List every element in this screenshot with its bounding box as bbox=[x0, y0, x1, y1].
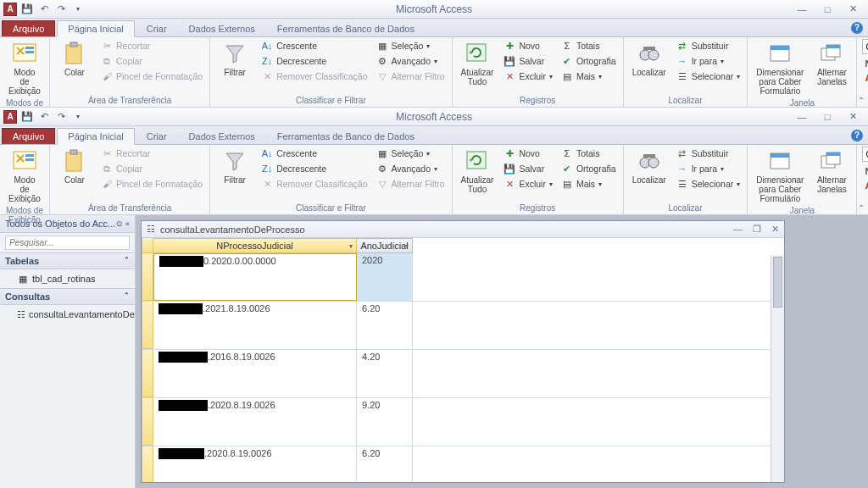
undo-icon[interactable]: ↶ bbox=[37, 110, 51, 124]
row-selector[interactable] bbox=[142, 446, 153, 482]
tab-external-data[interactable]: Dados Externos bbox=[179, 129, 265, 144]
toggle-filter-button[interactable]: ▽Alternar Filtro bbox=[375, 177, 447, 191]
save-icon[interactable]: 💾 bbox=[20, 3, 34, 16]
help-icon[interactable]: ? bbox=[851, 22, 863, 34]
cell-ano[interactable]: 6.20 bbox=[357, 302, 413, 349]
chevron-down-icon[interactable]: ▾ bbox=[405, 242, 409, 250]
cell-nprocesso[interactable]: .2016.8.19.0026 bbox=[153, 350, 357, 397]
tab-create[interactable]: Criar bbox=[136, 21, 177, 36]
font-select[interactable] bbox=[862, 147, 868, 162]
refresh-all-button[interactable]: Atualizar Tudo bbox=[458, 147, 498, 196]
subwin-restore-icon[interactable]: ❐ bbox=[753, 224, 761, 235]
table-row[interactable]: .2020.8.19.00269.20 bbox=[142, 398, 784, 446]
select-button[interactable]: ☰Selecionar ▾ bbox=[675, 69, 743, 83]
close-icon[interactable]: ✕ bbox=[844, 3, 861, 14]
qat-dropdown-icon[interactable]: ▾ bbox=[71, 3, 85, 16]
tab-external-data[interactable]: Dados Externos bbox=[179, 21, 265, 36]
fit-form-button[interactable]: Dimensionar para Caber Formulário bbox=[753, 39, 807, 97]
delete-record-button[interactable]: ✕Excluir ▾ bbox=[502, 69, 554, 83]
sort-asc-button[interactable]: A↓Crescente bbox=[259, 147, 369, 160]
maximize-icon[interactable]: □ bbox=[819, 4, 836, 14]
scroll-thumb[interactable] bbox=[773, 257, 782, 308]
selection-button[interactable]: ▦Seleção ▾ bbox=[375, 147, 447, 160]
cut-button[interactable]: ✂Recortar bbox=[99, 39, 204, 53]
table-row[interactable]: .2020.8.19.00266.20 bbox=[142, 446, 784, 482]
tab-db-tools[interactable]: Ferramentas de Banco de Dados bbox=[267, 129, 425, 144]
save-record-button[interactable]: 💾Salvar bbox=[502, 162, 554, 175]
table-row[interactable]: .2021.8.19.00266.20 bbox=[142, 302, 784, 350]
nav-group-queries[interactable]: Consultas⌃ bbox=[0, 288, 135, 305]
maximize-icon[interactable]: □ bbox=[819, 112, 836, 122]
font-select[interactable] bbox=[862, 39, 868, 54]
ribbon-collapse-icon[interactable]: ⌃ bbox=[858, 96, 865, 105]
datasheet-titlebar[interactable]: ☷ consultaLevantamentoDeProcesso — ❐ ✕ bbox=[142, 221, 784, 238]
sort-desc-button[interactable]: Z↓Decrescente bbox=[259, 54, 369, 68]
save-record-button[interactable]: 💾Salvar bbox=[502, 54, 554, 68]
copy-button[interactable]: ⧉Copiar bbox=[99, 54, 204, 68]
refresh-all-button[interactable]: Atualizar Tudo bbox=[458, 39, 498, 88]
fit-form-button[interactable]: Dimensionar para Caber Formulário bbox=[753, 147, 807, 205]
cell-ano[interactable]: 4.20 bbox=[357, 350, 413, 397]
cell-nprocesso[interactable]: .2021.8.19.0026 bbox=[153, 302, 357, 349]
cell-ano[interactable]: 9.20 bbox=[357, 398, 413, 446]
bold-icon[interactable]: N bbox=[862, 58, 868, 69]
cut-button[interactable]: ✂Recortar bbox=[99, 147, 204, 160]
ribbon-collapse-icon[interactable]: ⌃ bbox=[858, 203, 865, 213]
totals-button[interactable]: ΣTotais bbox=[559, 147, 618, 160]
find-button[interactable]: Localizar bbox=[629, 39, 670, 79]
new-record-button[interactable]: ✚Novo bbox=[502, 147, 554, 160]
cell-ano[interactable]: 2020 bbox=[357, 253, 413, 301]
select-all-cell[interactable] bbox=[142, 238, 153, 253]
switch-windows-button[interactable]: Alternar Janelas bbox=[812, 39, 851, 88]
view-button[interactable]: Modo de Exibição bbox=[5, 39, 44, 97]
paste-button[interactable]: Colar bbox=[55, 39, 94, 79]
chevron-down-icon[interactable]: ▾ bbox=[349, 242, 353, 250]
delete-record-button[interactable]: ✕Excluir ▾ bbox=[502, 177, 554, 191]
nav-collapse-icon[interactable]: ⊙ « bbox=[116, 219, 130, 228]
tab-home[interactable]: Página Inicial bbox=[57, 20, 134, 37]
row-selector[interactable] bbox=[142, 302, 153, 349]
spelling-button[interactable]: ✔Ortografia bbox=[559, 162, 618, 175]
goto-button[interactable]: →Ir para ▾ bbox=[675, 54, 743, 68]
search-input[interactable] bbox=[5, 236, 130, 250]
advanced-button[interactable]: ⚙Avançado ▾ bbox=[375, 54, 447, 68]
cell-nprocesso[interactable]: .2020.8.19.0026 bbox=[153, 398, 357, 446]
toggle-filter-button[interactable]: ▽Alternar Filtro bbox=[375, 69, 447, 83]
clear-sort-button[interactable]: ⨯Remover Classificação bbox=[259, 177, 369, 191]
cell-ano[interactable]: 6.20 bbox=[357, 446, 413, 482]
save-icon[interactable]: 💾 bbox=[20, 110, 34, 124]
tab-create[interactable]: Criar bbox=[136, 129, 177, 144]
subwin-close-icon[interactable]: ✕ bbox=[771, 224, 779, 235]
selection-button[interactable]: ▦Seleção ▾ bbox=[375, 39, 447, 53]
table-row[interactable]: 0.2020.0.00.00002020 bbox=[142, 253, 784, 302]
format-painter-button[interactable]: 🖌Pincel de Formatação bbox=[99, 177, 204, 191]
more-records-button[interactable]: ▤Mais ▾ bbox=[559, 69, 618, 83]
more-records-button[interactable]: ▤Mais ▾ bbox=[559, 177, 618, 191]
datasheet-grid[interactable]: NProcessoJudicial▾ AnoJudicial▾ 0.2020.0… bbox=[142, 238, 784, 482]
row-selector[interactable] bbox=[142, 350, 153, 397]
redo-icon[interactable]: ↷ bbox=[54, 110, 68, 124]
paste-button[interactable]: Colar bbox=[55, 147, 94, 186]
nav-item-table[interactable]: ▦tbl_cad_rotinas bbox=[0, 269, 135, 288]
nav-item-query[interactable]: ☷consultaLevantamentoDeProc... bbox=[0, 305, 135, 324]
column-header-nprocesso[interactable]: NProcessoJudicial▾ bbox=[153, 238, 357, 253]
vertical-scrollbar[interactable] bbox=[771, 255, 784, 482]
row-selector[interactable] bbox=[142, 398, 153, 446]
format-painter-button[interactable]: 🖌Pincel de Formatação bbox=[99, 69, 204, 83]
column-header-ano[interactable]: AnoJudicial▾ bbox=[357, 238, 413, 253]
table-row[interactable]: .2016.8.19.00264.20 bbox=[142, 350, 784, 398]
spelling-button[interactable]: ✔Ortografia bbox=[559, 54, 618, 68]
redo-icon[interactable]: ↷ bbox=[54, 3, 68, 16]
filter-button[interactable]: Filtrar bbox=[215, 147, 254, 186]
sort-desc-button[interactable]: Z↓Decrescente bbox=[259, 162, 369, 175]
close-icon[interactable]: ✕ bbox=[844, 111, 861, 122]
goto-button[interactable]: →Ir para ▾ bbox=[675, 162, 743, 175]
font-color-icon[interactable]: A bbox=[862, 73, 868, 83]
bold-icon[interactable]: N bbox=[862, 166, 868, 176]
copy-button[interactable]: ⧉Copiar bbox=[99, 162, 204, 175]
nav-group-tables[interactable]: Tabelas⌃ bbox=[0, 252, 135, 269]
minimize-icon[interactable]: — bbox=[793, 4, 810, 14]
view-button[interactable]: Modo de Exibição bbox=[5, 147, 44, 205]
font-color-icon[interactable]: A bbox=[862, 180, 868, 191]
cell-nprocesso[interactable]: 0.2020.0.00.0000 bbox=[153, 253, 357, 301]
